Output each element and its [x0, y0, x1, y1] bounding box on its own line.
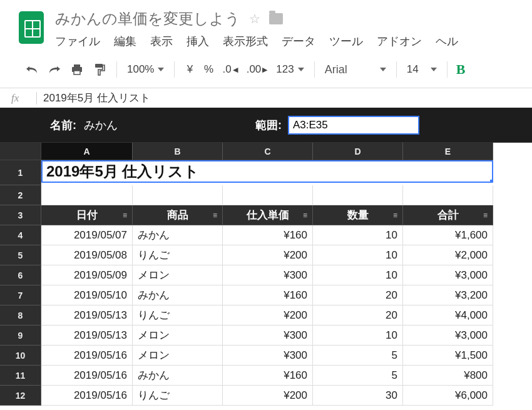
menu-insert[interactable]: 挿入: [187, 34, 209, 49]
folder-icon[interactable]: [269, 13, 283, 24]
cell-date[interactable]: 2019/05/09: [41, 265, 133, 285]
star-icon[interactable]: ☆: [249, 11, 260, 26]
row-header-6[interactable]: 6: [0, 265, 41, 285]
cell-qty[interactable]: 20: [313, 305, 403, 325]
cell-qty[interactable]: 30: [313, 386, 403, 406]
header-unit-price[interactable]: 仕入単価 ≡: [223, 205, 313, 225]
cell-date[interactable]: 2019/05/16: [41, 386, 133, 406]
cell-unit-price[interactable]: ¥200: [223, 386, 313, 406]
row-header-7[interactable]: 7: [0, 285, 41, 305]
cell-total[interactable]: ¥1,600: [403, 225, 493, 245]
cell-product[interactable]: みかん: [133, 225, 223, 245]
cell-unit-price[interactable]: ¥300: [223, 346, 313, 366]
cell-unit-price[interactable]: ¥160: [223, 285, 313, 305]
cell-date[interactable]: 2019/05/13: [41, 305, 133, 325]
row-header-10[interactable]: 10: [0, 346, 41, 366]
row-header-4[interactable]: 4: [0, 225, 41, 245]
menu-tools[interactable]: ツール: [329, 34, 363, 49]
menu-format[interactable]: 表示形式: [223, 34, 268, 49]
cell-E2[interactable]: [403, 185, 493, 205]
cell-product[interactable]: りんご: [133, 245, 223, 265]
cell-C2[interactable]: [223, 185, 313, 205]
filter-icon[interactable]: ≡: [123, 211, 127, 220]
row-header-2[interactable]: 2: [0, 185, 41, 205]
row-header-3[interactable]: 3: [0, 205, 41, 225]
header-date[interactable]: 日付 ≡: [41, 205, 133, 225]
filter-icon[interactable]: ≡: [393, 211, 397, 220]
cell-qty[interactable]: 10: [313, 325, 403, 346]
cell-total[interactable]: ¥1,500: [403, 346, 493, 366]
cell-unit-price[interactable]: ¥160: [223, 366, 313, 386]
cell-qty[interactable]: 5: [313, 366, 403, 386]
cell-qty[interactable]: 10: [313, 245, 403, 265]
paint-format-button[interactable]: [89, 60, 110, 79]
menu-data[interactable]: データ: [282, 34, 315, 49]
increase-decimal-button[interactable]: .00 ▶: [243, 63, 272, 76]
cell-product[interactable]: りんご: [133, 305, 223, 325]
cell-date[interactable]: 2019/05/16: [41, 346, 133, 366]
menu-help[interactable]: ヘル: [436, 34, 458, 49]
menu-edit[interactable]: 編集: [114, 34, 136, 49]
cell-product[interactable]: メロン: [133, 325, 223, 346]
column-header-C[interactable]: C: [223, 143, 313, 160]
document-title[interactable]: みかんの単価を変更しよう: [55, 9, 240, 29]
row-header-11[interactable]: 11: [0, 366, 41, 386]
format-currency-button[interactable]: ¥: [181, 63, 198, 76]
header-qty[interactable]: 数量 ≡: [313, 205, 403, 225]
cell-product[interactable]: みかん: [133, 285, 223, 305]
row-header-9[interactable]: 9: [0, 325, 41, 346]
bold-button[interactable]: B: [454, 61, 468, 78]
header-total[interactable]: 合計 ≡: [403, 205, 493, 225]
cell-total[interactable]: ¥6,000: [403, 386, 493, 406]
cell-total[interactable]: ¥2,000: [403, 245, 493, 265]
filter-icon[interactable]: ≡: [303, 211, 307, 220]
menu-view[interactable]: 表示: [150, 34, 173, 49]
cell-unit-price[interactable]: ¥200: [223, 245, 313, 265]
number-format-dropdown[interactable]: 123: [272, 63, 307, 76]
cell-date[interactable]: 2019/05/16: [41, 366, 133, 386]
cell-product[interactable]: みかん: [133, 366, 223, 386]
format-percent-button[interactable]: %: [200, 63, 217, 76]
cell-B2[interactable]: [133, 185, 223, 205]
print-button[interactable]: [66, 60, 88, 79]
column-header-E[interactable]: E: [403, 143, 493, 160]
sheets-logo-icon[interactable]: [19, 11, 44, 44]
column-header-A[interactable]: A: [41, 143, 133, 160]
cell-product[interactable]: りんご: [133, 386, 223, 406]
row-header-5[interactable]: 5: [0, 245, 41, 265]
name-value[interactable]: みかん: [84, 118, 118, 133]
decrease-decimal-button[interactable]: .0 ◀: [218, 63, 241, 76]
cell-total[interactable]: ¥800: [403, 366, 493, 386]
cell-total[interactable]: ¥3,000: [403, 265, 493, 285]
formula-input[interactable]: 2019年5月 仕入リスト: [43, 91, 532, 105]
fx-icon[interactable]: fx: [11, 92, 36, 105]
zoom-dropdown[interactable]: 100%: [123, 63, 168, 76]
cell-qty[interactable]: 5: [313, 346, 403, 366]
cell-qty[interactable]: 20: [313, 285, 403, 305]
column-header-B[interactable]: B: [133, 143, 223, 160]
menu-file[interactable]: ファイル: [55, 34, 100, 49]
cell-qty[interactable]: 10: [313, 225, 403, 245]
cell-qty[interactable]: 10: [313, 265, 403, 285]
cell-A2[interactable]: [41, 185, 133, 205]
range-input[interactable]: [288, 116, 419, 135]
row-header-8[interactable]: 8: [0, 305, 41, 325]
cell-total[interactable]: ¥3,000: [403, 325, 493, 346]
cell-D2[interactable]: [313, 185, 403, 205]
row-header-12[interactable]: 12: [0, 386, 41, 406]
redo-button[interactable]: [44, 60, 65, 79]
undo-button[interactable]: [21, 60, 43, 79]
cell-unit-price[interactable]: ¥160: [223, 225, 313, 245]
cell-date[interactable]: 2019/05/08: [41, 245, 133, 265]
cell-total[interactable]: ¥3,200: [403, 285, 493, 305]
cell-date[interactable]: 2019/05/07: [41, 225, 133, 245]
cell-unit-price[interactable]: ¥300: [223, 325, 313, 346]
cell-date[interactable]: 2019/05/10: [41, 285, 133, 305]
font-family-dropdown[interactable]: Arial: [321, 63, 390, 76]
select-all-corner[interactable]: [0, 143, 41, 160]
menu-addons[interactable]: アドオン: [377, 34, 422, 49]
filter-icon[interactable]: ≡: [213, 211, 217, 220]
cell-A1-title[interactable]: 2019年5月 仕入リスト: [41, 160, 493, 183]
cell-unit-price[interactable]: ¥200: [223, 305, 313, 325]
header-product[interactable]: 商品 ≡: [133, 205, 223, 225]
